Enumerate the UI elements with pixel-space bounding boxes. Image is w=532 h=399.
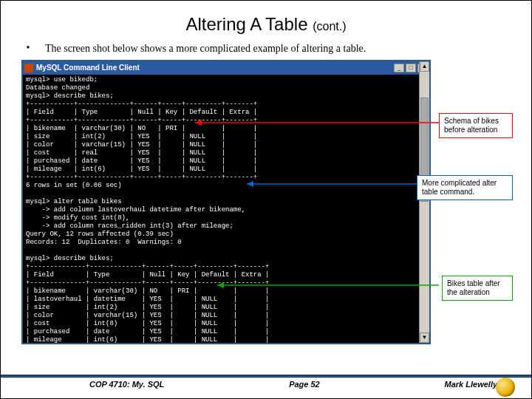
footer-page: Page 52 (289, 380, 320, 389)
app-window: MySQL Command Line Client _ □ × mysql> u… (21, 60, 431, 344)
slide-footer: COP 4710: My. SQL Page 52 Mark Llewellyn… (1, 375, 531, 398)
slide-title: Altering A Table (cont.) (21, 14, 511, 35)
slide: Altering A Table (cont.) • The screen sh… (1, 1, 531, 398)
scroll-track[interactable] (420, 72, 429, 332)
window-titlebar[interactable]: MySQL Command Line Client _ □ × (23, 61, 429, 75)
maximize-button[interactable]: □ (406, 64, 416, 72)
footer-row: COP 4710: My. SQL Page 52 Mark Llewellyn… (1, 378, 531, 389)
title-cont: (cont.) (313, 20, 346, 33)
terminal-output[interactable]: mysql> use bikedb; Database changed mysq… (23, 75, 429, 343)
scroll-down-arrow-icon[interactable]: ▼ (420, 332, 429, 343)
vertical-scrollbar[interactable]: ▲ ▼ (419, 61, 429, 343)
screenshot-area: MySQL Command Line Client _ □ × mysql> u… (21, 60, 513, 348)
window-title: MySQL Command Line Client (36, 64, 394, 72)
bullet-marker: • (21, 42, 35, 54)
footer-course: COP 4710: My. SQL (89, 380, 164, 389)
scroll-up-arrow-icon[interactable]: ▲ (420, 61, 429, 72)
ucf-logo-icon (496, 378, 515, 397)
callout-schema-before: Schema of bikes before alteration (439, 113, 513, 138)
bullet-item: • The screen shot below shows a more com… (21, 42, 511, 55)
bullet-text: The screen shot below shows a more compl… (45, 42, 511, 55)
minimize-button[interactable]: _ (394, 64, 404, 72)
callout-after-alteration: Bikes table after the alteration (442, 276, 513, 301)
app-icon (24, 64, 33, 72)
title-main: Altering A Table (185, 14, 313, 34)
callout-alter-command: More complicated alter table command. (417, 175, 513, 200)
